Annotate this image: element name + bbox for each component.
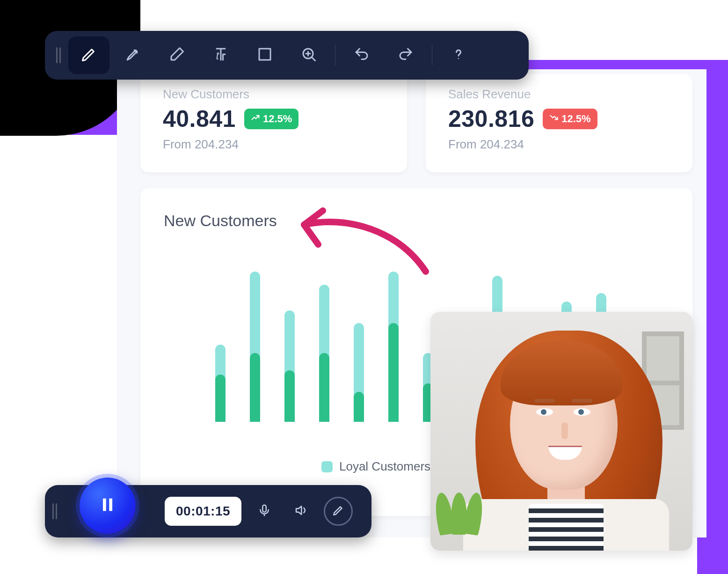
kpi-title: Sales Revenue bbox=[448, 87, 674, 102]
help-button[interactable] bbox=[438, 37, 479, 74]
webcam-presenter-brow bbox=[534, 399, 555, 403]
webcam-presenter-eye bbox=[536, 408, 553, 416]
webcam-presenter-eye bbox=[574, 408, 590, 416]
text-icon: t bbox=[212, 46, 229, 65]
trend-down-icon bbox=[549, 113, 559, 125]
highlighter-tool-button[interactable] bbox=[112, 37, 153, 74]
chart-bar-new bbox=[354, 392, 364, 422]
eraser-icon bbox=[168, 46, 185, 65]
annotate-toggle-button[interactable] bbox=[324, 497, 353, 526]
kpi-from-text: From 204.234 bbox=[448, 137, 674, 152]
kpi-card-sales-revenue: Sales Revenue 230.816 12.5% From 204.234 bbox=[426, 74, 692, 172]
chart-bar-new bbox=[319, 353, 329, 422]
svg-rect-5 bbox=[103, 499, 106, 511]
chart-bar-new bbox=[388, 323, 399, 422]
kpi-delta: 12.5% bbox=[561, 113, 590, 125]
kpi-card-new-customers: New Customers 40.841 12.5% From 204.234 bbox=[140, 74, 407, 172]
speaker-button[interactable] bbox=[287, 498, 314, 525]
kpi-value: 40.841 bbox=[163, 105, 236, 132]
undo-button[interactable] bbox=[341, 37, 382, 74]
chart-bar-group bbox=[319, 267, 331, 422]
zoom-icon bbox=[300, 46, 317, 65]
microphone-icon bbox=[257, 503, 271, 519]
microphone-button[interactable] bbox=[251, 498, 278, 525]
undo-icon bbox=[353, 46, 370, 65]
svg-text:t: t bbox=[216, 49, 220, 62]
help-icon bbox=[450, 46, 467, 65]
pen-tool-button[interactable] bbox=[68, 37, 109, 74]
webcam-background-plant bbox=[433, 493, 485, 549]
chart-bar-new bbox=[250, 353, 260, 422]
toolbar-separator bbox=[335, 45, 335, 66]
pen-icon bbox=[80, 46, 97, 65]
chart-bar-group bbox=[215, 267, 227, 422]
kpi-delta-badge: 12.5% bbox=[244, 109, 298, 129]
svg-point-3 bbox=[458, 58, 459, 59]
kpi-delta: 12.5% bbox=[263, 113, 292, 125]
kpi-from-text: From 204.234 bbox=[163, 137, 388, 152]
redo-icon bbox=[397, 46, 414, 65]
chart-bar-group bbox=[284, 267, 297, 422]
webcam-presenter-nose bbox=[561, 422, 568, 439]
chart-bar-group bbox=[388, 267, 400, 422]
kpi-value: 230.816 bbox=[448, 105, 534, 132]
kpi-delta-badge: 12.5% bbox=[543, 109, 597, 129]
annotation-toolbar[interactable]: t bbox=[45, 31, 529, 80]
legend-swatch bbox=[321, 461, 333, 472]
kpi-title: New Customers bbox=[163, 87, 388, 102]
highlighter-icon bbox=[124, 46, 141, 65]
pause-recording-button[interactable] bbox=[80, 478, 136, 534]
chart-bar-new bbox=[215, 375, 226, 422]
svg-rect-6 bbox=[109, 499, 112, 511]
legend-item-loyal: Loyal Customers bbox=[321, 459, 430, 474]
svg-rect-1 bbox=[259, 49, 270, 60]
rectangle-tool-button[interactable] bbox=[244, 37, 285, 74]
webcam-overlay[interactable] bbox=[430, 312, 692, 551]
legend-label: Loyal Customers bbox=[339, 459, 430, 474]
webcam-presenter-shirt bbox=[529, 504, 604, 551]
chart-bar-group bbox=[354, 267, 366, 422]
webcam-presenter-brow bbox=[572, 399, 592, 403]
trend-up-icon bbox=[251, 113, 260, 125]
rectangle-icon bbox=[256, 46, 273, 65]
speaker-icon bbox=[294, 503, 308, 519]
chart-bar-new bbox=[284, 370, 295, 422]
svg-rect-4 bbox=[262, 505, 266, 512]
text-tool-button[interactable]: t bbox=[200, 37, 241, 74]
chart-title: New Customers bbox=[164, 212, 669, 230]
toolbar-separator bbox=[432, 45, 432, 66]
drag-handle-icon[interactable] bbox=[52, 503, 57, 519]
chart-bar-group bbox=[250, 267, 262, 422]
zoom-tool-button[interactable] bbox=[288, 37, 329, 74]
drag-handle-icon[interactable] bbox=[51, 47, 66, 63]
annotate-icon bbox=[332, 504, 344, 518]
eraser-tool-button[interactable] bbox=[156, 37, 197, 74]
redo-button[interactable] bbox=[385, 37, 426, 74]
pause-icon bbox=[98, 495, 117, 516]
recording-timer: 00:01:15 bbox=[165, 497, 241, 526]
